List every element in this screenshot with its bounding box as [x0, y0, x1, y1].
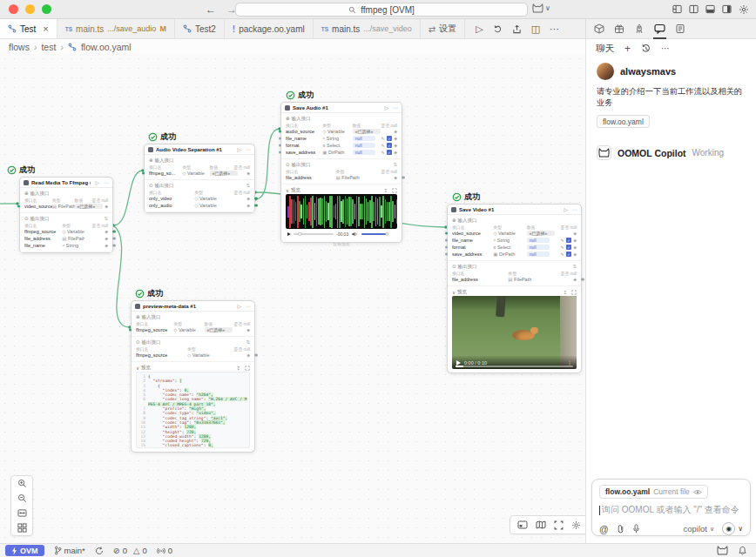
eye-icon[interactable]: [693, 489, 702, 495]
selected-value-chip[interactable]: «已选择»: [205, 327, 233, 333]
edit-icon[interactable]: ✎: [381, 143, 384, 148]
port-row-ffmpeg_source[interactable]: ffmpeg_source◇ Variable◈: [136, 352, 250, 359]
port-handle[interactable]: [402, 176, 404, 178]
panel-tab-extensions[interactable]: [613, 19, 625, 39]
port-handle[interactable]: [581, 278, 584, 280]
close-window-button[interactable]: [9, 4, 18, 14]
cat-icon[interactable]: [717, 546, 728, 555]
port-handle[interactable]: [112, 237, 115, 239]
connect-icon[interactable]: ◈: [573, 252, 577, 257]
node-menu-icon[interactable]: ⋯: [246, 303, 251, 309]
edit-icon[interactable]: ✎: [381, 150, 384, 155]
zoom-out-icon[interactable]: [17, 491, 27, 506]
selected-value-chip[interactable]: «已选择»: [210, 171, 238, 177]
node-menu-icon[interactable]: ⋯: [104, 179, 109, 185]
selected-value-chip[interactable]: «已选择»: [75, 204, 103, 210]
port-row-format[interactable]: format≡ Selectnull✎◈: [286, 142, 397, 149]
tab-package-oo-yaml[interactable]: !package.oo.yaml: [225, 19, 314, 38]
split-editor-icon[interactable]: [689, 4, 699, 14]
port-handle[interactable]: [112, 244, 115, 246]
tab-main-ts-save-video[interactable]: TSmain.ts.../save_video: [314, 19, 421, 38]
run-node-icon[interactable]: ▷: [384, 104, 388, 111]
port-handle[interactable]: [279, 144, 281, 146]
edit-icon[interactable]: ✎: [560, 252, 564, 257]
connect-icon[interactable]: ◈: [394, 129, 397, 134]
download-icon[interactable]: ↧: [236, 366, 240, 371]
play-icon[interactable]: [456, 360, 461, 366]
command-center-search[interactable]: ffmpeg [OVM]: [235, 3, 528, 17]
minimap-icon[interactable]: [517, 520, 528, 529]
null-value-chip[interactable]: null: [527, 238, 550, 244]
breadcrumb-file[interactable]: flow.oo.yaml: [81, 42, 132, 52]
seek-knob[interactable]: [298, 232, 301, 236]
port-row-save_address[interactable]: save_address▣ DirPathnull✎◈: [452, 251, 577, 258]
chat-input[interactable]: 询问 OOMOL 或者输入 "/" 查看命令: [599, 504, 743, 516]
port-handle[interactable]: [279, 130, 281, 132]
port-handle[interactable]: [445, 252, 448, 255]
edit-icon[interactable]: ✎: [560, 238, 564, 243]
port-handle[interactable]: [445, 245, 448, 248]
video-progress-bar[interactable]: [456, 366, 573, 367]
node-menu-icon[interactable]: ⋯: [393, 104, 398, 111]
port-handle[interactable]: [254, 197, 257, 199]
remote-indicator[interactable]: OVM: [5, 545, 44, 556]
connect-icon[interactable]: ◈: [246, 352, 250, 358]
collapse-icon[interactable]: ⇅: [572, 264, 577, 269]
selected-value-chip[interactable]: «已选择»: [353, 129, 381, 135]
port-row-save_address[interactable]: save_address▣ DirPathnull✎◈: [286, 149, 397, 156]
bell-icon[interactable]: [738, 546, 747, 555]
problems-indicator[interactable]: ⊘ 0 △ 0: [113, 546, 147, 555]
flow-canvas[interactable]: 音频预览 成功Read Media To Ffmpeg #1▷⋯⊕输入接口接口名…: [0, 54, 585, 543]
nullable-checkbox[interactable]: [566, 252, 571, 257]
tab-settings[interactable]: ⇄设置: [421, 19, 465, 38]
port-row-audio_source[interactable]: audio_source◇ Variable«已选择»◈: [286, 128, 397, 135]
null-value-chip[interactable]: null: [527, 252, 550, 258]
flow-node-audio-video-separation[interactable]: Audio Video Separation #1▷⋯⊕输入接口接口名类型数值是…: [144, 144, 255, 213]
close-icon[interactable]: ×: [43, 23, 48, 34]
selected-value-chip[interactable]: «已选择»: [527, 231, 555, 237]
split-icon[interactable]: ◫: [531, 23, 540, 35]
chevron-down-icon[interactable]: ∨: [452, 290, 456, 295]
nullable-checkbox[interactable]: [387, 143, 392, 148]
connect-icon[interactable]: ◈: [105, 204, 108, 209]
tab-test[interactable]: Test×: [0, 19, 57, 38]
collapse-icon[interactable]: ⇅: [393, 162, 397, 167]
nullable-checkbox[interactable]: [566, 245, 571, 250]
breadcrumb-test[interactable]: test: [41, 42, 56, 52]
connect-icon[interactable]: ◈: [573, 245, 577, 250]
run-node-icon[interactable]: ▷: [237, 146, 241, 152]
connect-icon[interactable]: ◈: [105, 236, 108, 241]
node-menu-icon[interactable]: ⋯: [572, 206, 577, 212]
port-handle[interactable]: [142, 171, 145, 174]
attach-icon[interactable]: [617, 524, 624, 534]
more-icon[interactable]: ⋯: [550, 23, 559, 35]
node-menu-icon[interactable]: ⋯: [246, 146, 251, 152]
ports-indicator[interactable]: 0: [157, 546, 172, 555]
volume-knob[interactable]: [385, 232, 388, 236]
current-file-chip[interactable]: flow.oo.yaml Current file: [599, 485, 708, 499]
restart-icon[interactable]: [493, 24, 503, 34]
port-row-format[interactable]: format≡ Selectnull✎◈: [452, 244, 577, 251]
overview-grid-icon[interactable]: [17, 520, 27, 535]
sync-button[interactable]: [95, 547, 104, 555]
volume-slider[interactable]: [361, 233, 388, 235]
nullable-checkbox[interactable]: [566, 238, 571, 243]
collapse-icon[interactable]: ⇅: [104, 216, 108, 221]
connect-icon[interactable]: ◈: [573, 231, 577, 236]
port-row-file_address[interactable]: file_address▤ FilePath◈: [24, 235, 108, 242]
chat-composer[interactable]: flow.oo.yaml Current file 询问 OOMOL 或者输入 …: [591, 479, 751, 536]
connect-icon[interactable]: ◈: [394, 175, 397, 180]
flow-node-preview-meta-data[interactable]: preview-meta-data #1▷⋯⊕输入接口接口名类型数值是否 nul…: [131, 300, 255, 453]
mic-icon[interactable]: [632, 524, 640, 534]
toggle-secondary-sidebar-icon[interactable]: [722, 4, 732, 14]
tab-test2[interactable]: Test2: [175, 19, 225, 38]
model-selector[interactable]: copilot ∨: [684, 524, 715, 534]
port-row-file_name[interactable]: file_name≈ Stringnull✎◈: [452, 237, 577, 244]
mention-icon[interactable]: @: [599, 524, 609, 534]
port-row-only_video[interactable]: only_video◇ Variable◈: [149, 195, 250, 202]
play-icon[interactable]: [287, 232, 291, 236]
minimize-window-button[interactable]: [25, 4, 35, 14]
panel-tab-chat[interactable]: [653, 19, 666, 39]
connect-icon[interactable]: ◈: [105, 229, 108, 234]
chevron-down-icon[interactable]: ∨: [286, 188, 289, 193]
